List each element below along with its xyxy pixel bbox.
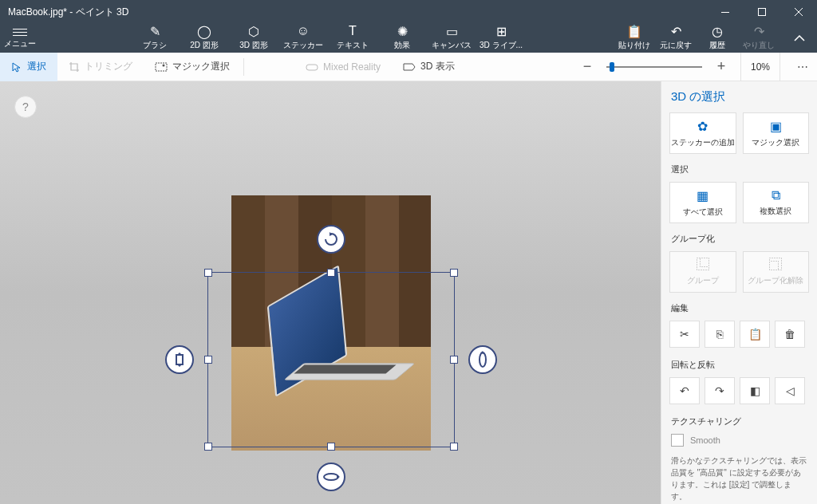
rotate-right-button[interactable]: ↷ (705, 377, 735, 404)
rotate-left-icon: ↶ (680, 384, 689, 397)
sub-magic-select[interactable]: マジック選択 (144, 53, 241, 81)
history-icon: ◷ (712, 24, 723, 38)
rotate-left-button[interactable]: ↶ (669, 377, 700, 404)
copy-icon: ⎘ (716, 328, 723, 341)
magic-select-button[interactable]: ▣マジック選択 (743, 112, 810, 154)
svg-point-9 (480, 352, 486, 367)
more-options-button[interactable]: ⋯ (788, 61, 817, 73)
separator (243, 58, 244, 76)
tool-redo: ↷やり直し (740, 24, 777, 51)
rotate-y-handle[interactable] (468, 345, 497, 374)
svg-point-5 (163, 64, 165, 66)
rotate-z-icon (323, 231, 339, 247)
rotate-right-icon: ↷ (715, 384, 724, 397)
zoom-in-button[interactable]: + (710, 56, 732, 78)
tool-canvas[interactable]: ▭キャンバス (430, 24, 473, 51)
handle-left[interactable] (204, 356, 212, 364)
sub-3d-view[interactable]: 3D 表示 (392, 53, 466, 81)
sub-select[interactable]: 選択 (0, 53, 57, 81)
tool-stickers[interactable]: ☺ステッカー (282, 24, 325, 51)
tool-paste[interactable]: 📋貼り付け (616, 24, 653, 51)
minimize-button[interactable] (707, 0, 744, 24)
zoom-out-button[interactable]: − (576, 56, 598, 78)
sticker-add-icon: ✿ (697, 119, 708, 134)
mixed-reality-icon (306, 62, 318, 72)
sub-toolbar: 選択 トリミング マジック選択 Mixed Reality 3D 表示 − + … (0, 53, 817, 81)
ribbon-toolbar: メニュー ✎ブラシ ◯2D 図形 ⬡3D 図形 ☺ステッカー Tテキスト ✺効果… (0, 24, 817, 53)
multi-select-icon: ⧉ (772, 188, 780, 203)
select-all-icon: ▦ (697, 188, 708, 203)
paste-panel-icon: 📋 (748, 328, 762, 341)
menu-button[interactable]: メニュー (0, 24, 40, 53)
shapes-2d-icon: ◯ (197, 24, 211, 38)
cut-icon: ✂ (680, 328, 689, 341)
paste-button[interactable]: 📋 (740, 321, 770, 348)
view-3d-icon (403, 62, 416, 72)
smooth-checkbox-row[interactable]: Smooth (671, 434, 809, 447)
delete-button[interactable]: 🗑 (775, 321, 805, 348)
tool-history[interactable]: ◷履歴 (699, 24, 736, 51)
handle-top-right[interactable] (450, 269, 458, 277)
canvas-area[interactable]: ? (0, 81, 661, 504)
section-rotate-label: 回転と反転 (671, 359, 809, 371)
depth-icon (173, 352, 186, 368)
select-all-button[interactable]: ▦すべて選択 (669, 182, 736, 223)
svg-point-7 (324, 474, 338, 480)
flip-h-icon: ◧ (750, 384, 760, 397)
depth-handle[interactable] (165, 345, 194, 374)
flip-vertical-button[interactable]: ◁ (775, 377, 805, 404)
smooth-checkbox[interactable] (671, 434, 684, 447)
tool-3d-library[interactable]: ⊞3D ライブ... (480, 24, 523, 51)
slider-thumb[interactable] (610, 62, 614, 72)
svg-rect-6 (306, 65, 318, 70)
collapse-ribbon-button[interactable] (782, 24, 817, 53)
library-3d-icon: ⊞ (496, 24, 507, 38)
handle-bottom-right[interactable] (450, 443, 458, 451)
flip-v-icon: ◁ (786, 384, 795, 397)
section-edit-label: 編集 (671, 302, 809, 314)
close-button[interactable] (780, 0, 817, 24)
tool-2d-shapes[interactable]: ◯2D 図形 (183, 24, 226, 51)
handle-top[interactable] (327, 269, 335, 277)
cursor-icon (11, 61, 22, 73)
group-button: ⿺グループ (669, 251, 736, 293)
zoom-controls: − + 10% ⋯ (576, 53, 817, 81)
tool-effects[interactable]: ✺効果 (381, 24, 424, 51)
magic-select-panel-icon: ▣ (770, 119, 782, 134)
window-controls (707, 0, 817, 24)
copy-button[interactable]: ⎘ (705, 321, 735, 348)
effects-icon: ✺ (397, 24, 408, 38)
zoom-percentage[interactable]: 10% (740, 53, 780, 81)
paste-icon: 📋 (626, 24, 642, 38)
multi-select-button[interactable]: ⧉複数選択 (743, 182, 810, 223)
tool-undo[interactable]: ↶元に戻す (657, 24, 694, 51)
rotate-z-handle[interactable] (317, 225, 345, 254)
crop-icon (69, 61, 80, 73)
handle-bottom[interactable] (327, 443, 335, 451)
section-select-label: 選択 (671, 163, 809, 175)
handle-top-left[interactable] (204, 269, 212, 277)
sticker-icon: ☺ (297, 24, 310, 38)
handle-right[interactable] (450, 356, 458, 364)
ungroup-icon: ⿹ (769, 258, 782, 272)
svg-rect-1 (759, 9, 766, 16)
rotate-x-handle[interactable] (317, 463, 345, 491)
panel-title: 3D の選択 (671, 89, 809, 104)
selection-box[interactable] (207, 272, 455, 447)
hamburger-icon (13, 29, 27, 36)
sub-crop: トリミング (57, 53, 144, 81)
help-button[interactable]: ? (14, 96, 37, 118)
svg-rect-8 (176, 355, 183, 364)
workspace: ? (0, 81, 817, 504)
zoom-slider[interactable] (606, 66, 702, 68)
handle-bottom-left[interactable] (204, 443, 212, 451)
tool-text[interactable]: Tテキスト (331, 24, 374, 51)
tool-brush[interactable]: ✎ブラシ (133, 24, 176, 51)
maximize-button[interactable] (744, 0, 780, 24)
add-sticker-button[interactable]: ✿ステッカーの追加 (669, 112, 736, 154)
tool-3d-shapes[interactable]: ⬡3D 図形 (232, 24, 275, 51)
cut-button[interactable]: ✂ (669, 321, 700, 348)
svg-rect-4 (156, 63, 167, 71)
chevron-up-icon (794, 35, 805, 41)
flip-horizontal-button[interactable]: ◧ (740, 377, 770, 404)
